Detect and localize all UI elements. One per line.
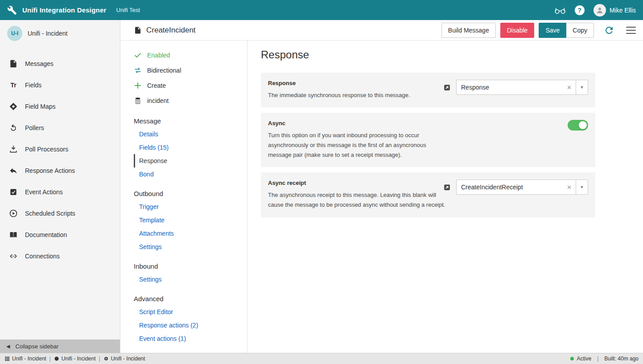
subnav-item-trigger[interactable]: Trigger [134,200,247,213]
subnav-item-response[interactable]: Response [134,154,247,168]
field-card-async: Async Turn this option on if you want in… [261,113,595,167]
user-menu[interactable]: Mike Ellis [594,4,636,16]
sidebar-item-documentation[interactable]: Documentation [0,224,120,245]
subnav-section-message: Message Details Fields (15) Response Bon… [134,117,247,181]
subnav-item-event-actions[interactable]: Event actions (1) [134,332,247,345]
subnav-section-title: Advanced [134,295,247,303]
refresh-icon[interactable] [604,25,614,36]
status-bar: Unifi - Incident | Unifi - Incident | Un… [0,353,643,364]
subnav-item-bond[interactable]: Bond [134,168,247,181]
save-button[interactable]: Save [539,23,566,38]
open-record-icon[interactable] [443,84,451,91]
async-receipt-select[interactable]: CreateIncidentReceipt ✕ ▼ [456,180,588,195]
statusbar-record-link[interactable]: Unifi - Incident [54,356,96,362]
subnav-item-script-editor[interactable]: Script Editor [134,305,247,319]
message-subnav: Enabled Bidirectional Create incident Me… [120,41,247,353]
field-card-response: Response The immediate synchronous respo… [261,73,595,107]
database-icon [134,97,142,105]
field-description: The asynchronous receipt to this message… [268,190,449,210]
sidebar-item-pollers[interactable]: Pollers [0,117,120,139]
statusbar-app-link[interactable]: Unifi - Incident [4,356,46,362]
sidebar-item-fields[interactable]: Tr Fields [0,74,120,96]
open-record-icon[interactable] [443,184,451,191]
sidebar-item-poll-processors[interactable]: Poll Processors [0,139,120,160]
subnav-section-outbound: Outbound Trigger Template Attachments Se… [134,190,247,254]
response-select-value: Response [457,84,563,91]
async-toggle[interactable] [568,120,588,131]
integration-selector[interactable]: U-I Unifi - Incident [0,20,120,47]
copy-button[interactable]: Copy [566,23,594,38]
user-name: Mike Ellis [610,7,636,14]
field-label: Async [268,120,588,127]
sidebar-menu: Messages Tr Fields Field Maps Pollers Po… [0,53,120,267]
sidebar-item-label: Response Actions [25,167,75,174]
sidebar-item-label: Connections [25,253,60,260]
status-bidirectional: Bidirectional [134,63,247,78]
subnav-item-fields[interactable]: Fields (15) [134,141,247,154]
code-dots-icon [9,252,18,261]
chevron-down-icon[interactable]: ▼ [576,180,588,194]
status-enabled: Enabled [134,48,247,63]
toggle-knob [579,121,587,129]
collapse-sidebar-label: Collapse sidebar [15,343,58,350]
subnav-item-details[interactable]: Details [134,127,247,141]
active-status-label: Active [577,356,591,362]
sidebar: U-I Unifi - Incident Messages Tr Fields … [0,20,120,353]
reply-arrow-icon [9,166,18,175]
integration-avatar: U-I [7,26,22,41]
statusbar-right: Active | Built: 40m ago [570,356,639,362]
status-create: Create [134,78,247,93]
statusbar-settings-link[interactable]: Unifi - Incident [103,356,145,362]
response-panel: Response Response The immediate synchron… [247,41,643,353]
statusbar-item-label: Unifi - Incident [12,356,46,362]
play-circle-icon [9,209,18,218]
clear-icon[interactable]: ✕ [563,84,576,91]
subnav-section-title: Inbound [134,262,247,270]
built-timestamp: Built: 40m ago [604,356,639,362]
clear-icon[interactable]: ✕ [563,184,576,191]
field-description: The immediate synchronous response to th… [268,90,449,100]
grid-icon [4,356,10,361]
diamond-icon [9,102,18,111]
hamburger-menu-icon[interactable] [626,26,636,34]
check-icon [134,51,142,59]
text-fields-icon: Tr [9,82,18,89]
subnav-item-inbound-settings[interactable]: Settings [134,273,247,286]
chevron-down-icon[interactable]: ▼ [576,80,588,94]
build-message-button[interactable]: Build Message [441,23,496,38]
sidebar-item-scheduled-scripts[interactable]: Scheduled Scripts [0,203,120,224]
plus-icon [134,82,142,90]
environment-label: Unifi Test [116,7,140,13]
statusbar-item-label: Unifi - Incident [111,356,145,362]
integration-name: Unifi - Incident [28,30,67,37]
response-select[interactable]: Response ✕ ▼ [456,80,588,95]
page-title: CreateIncident [146,26,196,35]
status-table-label: incident [147,97,169,104]
sidebar-item-label: Messages [25,60,54,67]
sidebar-item-response-actions[interactable]: Response Actions [0,160,120,181]
glasses-icon[interactable] [554,6,566,15]
document-icon [9,59,18,68]
subnav-item-response-actions[interactable]: Response actions (2) [134,319,247,332]
subnav-item-outbound-settings[interactable]: Settings [134,240,247,254]
collapse-sidebar-button[interactable]: ◀ Collapse sidebar [0,339,120,353]
status-enabled-label: Enabled [147,52,170,59]
disable-button[interactable]: Disable [500,23,535,38]
sidebar-item-event-actions[interactable]: Event Actions [0,181,120,203]
checkbox-icon [9,188,18,196]
topbar-actions: ? Mike Ellis [554,4,636,16]
subnav-item-template[interactable]: Template [134,213,247,227]
sidebar-item-label: Pollers [25,124,44,131]
user-avatar-icon [594,4,606,16]
sidebar-item-connections[interactable]: Connections [0,245,120,267]
help-icon[interactable]: ? [575,5,585,15]
sidebar-item-field-maps[interactable]: Field Maps [0,96,120,117]
subnav-item-attachments[interactable]: Attachments [134,227,247,240]
top-app-bar: Unifi Integration Designer Unifi Test ? … [0,0,643,20]
app-title: Unifi Integration Designer [22,6,107,14]
status-create-label: Create [147,82,166,89]
status-bidirectional-label: Bidirectional [147,67,181,74]
bidirectional-arrows-icon [134,66,142,74]
sidebar-item-messages[interactable]: Messages [0,53,120,74]
subnav-section-inbound: Inbound Settings [134,262,247,286]
